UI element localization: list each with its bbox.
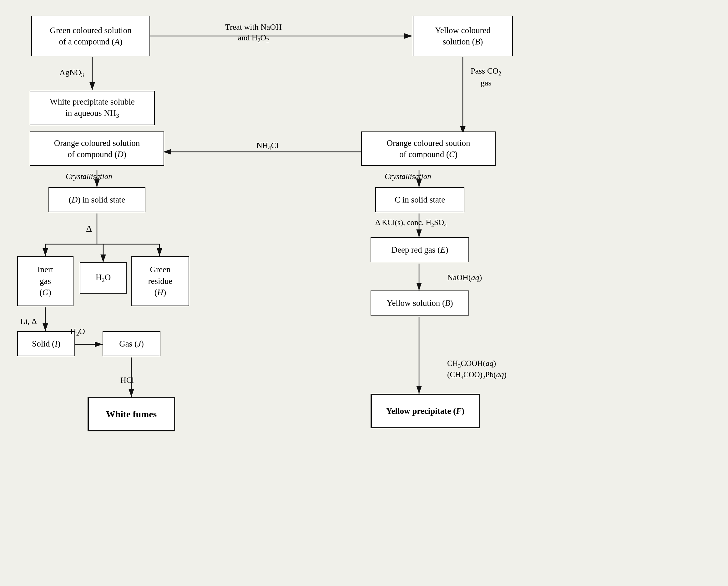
box-green-res: Greenresidue(H) (131, 256, 189, 306)
label-pass-co2: Pass CO2gas (471, 66, 501, 88)
diagram: Green coloured solutionof a compound (A)… (0, 0, 728, 586)
label-hcl: HCl (121, 375, 134, 386)
box-yellow-sol-B: Yellow solution (B) (370, 291, 469, 316)
label-kcl-h2so4: Δ KCl(s), conc. H2SO4 (375, 218, 447, 229)
label-li-delta: Li, Δ (20, 316, 37, 327)
label-h2o-arrow: H2O (70, 326, 85, 338)
label-cryst-c: Crystallisation (385, 172, 431, 182)
label-naoh-aq: NaOH(aq) (447, 272, 482, 283)
box-C-solid: C in solid state (375, 187, 464, 212)
box-h2o: H2O (80, 262, 127, 294)
label-agno3: AgNO3 (59, 67, 84, 79)
box-B-top: Yellow colouredsolution (B) (413, 16, 513, 56)
box-yellow-ppt: Yellow precipitate (F) (370, 394, 480, 428)
box-C-solution: Orange coloured soutionof compound (C) (361, 131, 496, 166)
box-inert-gas: Inertgas(G) (17, 256, 74, 306)
box-deep-red: Deep red gas (E) (370, 237, 469, 262)
box-A: Green coloured solutionof a compound (A) (31, 16, 150, 56)
label-cryst-d: Crystallisation (66, 172, 112, 182)
box-solid-I: Solid (I) (17, 331, 75, 356)
label-ch3cooh: CH3COOH(aq) (CH3COO)2Pb(aq) (447, 359, 506, 381)
box-D-solution: Orange coloured solutionof compound (D) (30, 131, 164, 166)
box-D-solid: (D) in solid state (49, 187, 146, 212)
label-nh4cl: NH4Cl (256, 140, 279, 152)
label-naoh-h2o2: Treat with NaOHand H2O2 (225, 22, 282, 45)
box-white-fumes: White fumes (87, 397, 175, 431)
box-gas-J: Gas (J) (103, 331, 160, 356)
box-white-ppt: White precipitate solublein aqueous NH3 (30, 91, 155, 125)
label-delta-d: Δ (86, 222, 92, 235)
